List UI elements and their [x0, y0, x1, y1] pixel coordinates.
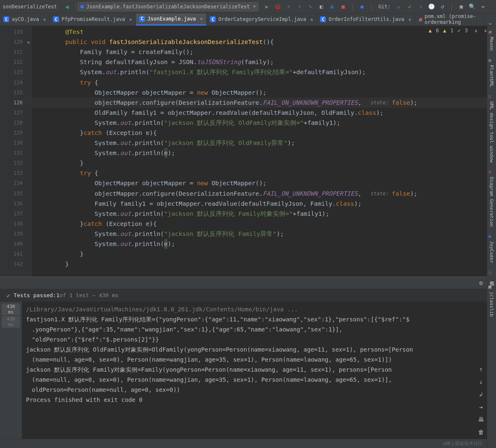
back-arrow-icon[interactable]: ◀ — [64, 3, 70, 10]
code-line[interactable]: public void fastJsonSerializableJacksonD… — [32, 37, 496, 47]
code-line[interactable]: ObjectMapper objectMapper = new ObjectMa… — [32, 88, 496, 98]
git-commit-icon[interactable]: ✔ — [406, 3, 413, 10]
code-area[interactable]: ▲6 ▲1 ✔3 ∧ ∨ @Test public void fastJsonS… — [32, 26, 496, 277]
git-rollback-icon[interactable]: ↺ — [439, 3, 446, 10]
run-icon[interactable]: ▶ — [264, 3, 270, 10]
code-line[interactable]: System.out.println(e); — [32, 239, 496, 249]
code-line[interactable]: } — [32, 259, 496, 269]
gutter[interactable]: 119120▶121122123124125126127128129130131… — [0, 26, 32, 277]
tests-passed-label: Tests passed: — [13, 292, 56, 298]
code-line[interactable]: System.out.println("jackson 默认反序列化 Famil… — [32, 229, 496, 239]
stop-icon[interactable]: ■ — [340, 3, 346, 10]
run-test-icon[interactable]: ▶ — [28, 40, 30, 44]
dock-capture[interactable]: ◯抓包 — [487, 267, 496, 281]
editor-tab[interactable]: CayCO.java✕ — [0, 13, 50, 26]
code-line[interactable]: } — [32, 158, 496, 168]
code-line[interactable]: } — [32, 249, 496, 259]
close-icon[interactable]: ✕ — [43, 17, 46, 22]
run-anything-icon[interactable]: ◧ — [318, 3, 325, 10]
next-highlight-icon[interactable]: ∨ — [484, 28, 487, 34]
tool-window-header: ⚙ — — [0, 277, 496, 289]
run-coverage-icon[interactable]: ⚡ — [285, 3, 292, 10]
breadcrumb[interactable]: sonDeserializeTest — [3, 4, 57, 10]
gear-icon[interactable]: ⚙ — [479, 280, 483, 286]
code-editor[interactable]: 119120▶121122123124125126127128129130131… — [0, 26, 496, 277]
close-icon[interactable]: ✕ — [408, 17, 411, 22]
search-icon[interactable]: 🔍 — [469, 3, 475, 10]
dock-joycoder[interactable]: ◉JoyCoder — [487, 230, 496, 267]
attach-icon[interactable]: ✎ — [307, 3, 314, 10]
java-class-icon: C — [210, 16, 216, 22]
test-time-badge[interactable]: 430 ms — [2, 316, 20, 328]
editor-tab[interactable]: mpom.xml (promise-ordermarking — [415, 13, 485, 26]
dock-maven[interactable]: mMaven — [487, 26, 496, 54]
maven-icon: m — [418, 16, 422, 22]
prev-highlight-icon[interactable]: ∧ — [475, 28, 478, 34]
plantuml-icon: ◎ — [488, 57, 494, 63]
code-line[interactable]: objectMapper.configure(DeserializationFe… — [32, 189, 496, 199]
dock-plantuml[interactable]: ◎PlantUML — [487, 54, 496, 91]
run-config-dropdown[interactable]: JsonExample.fastJsonSerializableJacksonD… — [78, 2, 258, 11]
scroll-down-icon[interactable]: ↓ — [479, 378, 483, 385]
soft-wrap-icon[interactable]: ↲ — [479, 391, 483, 398]
inspection-summary[interactable]: ▲6 ▲1 ✔3 ∧ ∨ — [429, 28, 487, 34]
layout-icon[interactable]: ▣ — [458, 3, 465, 10]
editor-tab[interactable]: COrderCategoryServiceImpl.java✕ — [207, 13, 317, 26]
settings-icon[interactable]: ↔ — [480, 3, 486, 10]
test-time-badge[interactable]: 430 ms — [2, 303, 20, 315]
console-line: fastjson1.X 默认序列化 Family序列化结果={"yongPers… — [26, 314, 492, 324]
code-line[interactable]: ObjectMapper objectMapper = new ObjectMa… — [32, 178, 496, 188]
joycoder-icon: ◉ — [488, 233, 494, 239]
typo-icon: ✔ — [457, 28, 460, 34]
debug-icon[interactable]: 🐞 — [274, 3, 281, 10]
close-icon[interactable]: ✕ — [310, 17, 313, 22]
editor-tab[interactable]: COrderInfoFilterUtils.java✕ — [317, 13, 415, 26]
chevron-down-icon: ▼ — [253, 4, 256, 9]
console-line: oldPerson=Person(name=null, age=0, sex=0… — [26, 385, 492, 395]
code-line[interactable]: OldFamily family1 = objectMapper.readVal… — [32, 108, 496, 118]
code-line[interactable]: try { — [32, 168, 496, 178]
scroll-up-icon[interactable]: ↑ — [479, 366, 483, 373]
web-icon[interactable]: ● — [359, 3, 365, 10]
run-config-icon — [80, 5, 84, 8]
code-line[interactable]: System.out.println("jackson 默认反序列化 Famil… — [32, 209, 496, 219]
console-line: (name=null, age=0, sex=0), Person(name=w… — [26, 375, 492, 385]
tab-overflow-chevron-icon[interactable]: ⌄ — [484, 19, 496, 26]
code-line[interactable]: System.out.println("jackson 默认反序列化 OldFa… — [32, 138, 496, 148]
uml-icon: ◻ — [488, 94, 494, 100]
maven-icon: m — [488, 29, 494, 35]
code-line[interactable]: objectMapper.configure(DeserializationFe… — [32, 98, 496, 108]
git-history-icon[interactable]: 🕘 — [428, 3, 435, 10]
console-output[interactable]: /Library/Java/JavaVirtualMachines/jdk1.8… — [22, 302, 496, 439]
code-line[interactable]: }catch (Exception e){ — [32, 219, 496, 229]
trash-icon[interactable]: 🗑 — [478, 429, 484, 435]
dock-diagram[interactable]: ⚙Diagram Generation — [487, 166, 496, 230]
console-line: jackson 默认反序列化 Family对象实例=Family(yongPer… — [26, 365, 492, 375]
browser-icon[interactable]: ◐ — [329, 3, 336, 10]
dock-jclasslib[interactable]: ▦jclasslib — [487, 281, 496, 320]
print-icon[interactable]: 🖶 — [478, 416, 484, 423]
editor-tab-active[interactable]: CJsonExample.java✕ — [136, 13, 207, 26]
test-tree[interactable]: 430 ms 430 ms — [0, 302, 22, 439]
scroll-to-end-icon[interactable]: ⇥ — [479, 404, 483, 410]
editor-tab[interactable]: CPfpPromiseResult.java✕ — [50, 13, 136, 26]
code-line[interactable]: Family family1 = objectMapper.readValue(… — [32, 199, 496, 209]
code-line[interactable]: try { — [32, 77, 496, 87]
console-line: "oldPerson":{"$ref":"$.persons[2]"}} — [26, 334, 492, 344]
code-line[interactable]: }catch (Exception e){ — [32, 128, 496, 138]
code-line[interactable]: Family family = createFamily(); — [32, 47, 496, 57]
git-push-icon[interactable]: ↗ — [417, 3, 424, 10]
git-pull-icon[interactable]: ↙ — [395, 3, 402, 10]
code-line[interactable]: String defaultFamilyJson = JSON.toJSONSt… — [32, 57, 496, 67]
code-line[interactable]: @Test — [32, 27, 496, 37]
java-class-icon: C — [320, 16, 326, 22]
test-status-bar: ✔ Tests passed: 1 of 1 test – 430 ms — [0, 289, 496, 302]
close-icon[interactable]: ✕ — [200, 16, 203, 21]
dock-uml[interactable]: ◻UML design tool window — [487, 91, 496, 166]
close-icon[interactable]: ✕ — [129, 17, 132, 22]
git-label: Git: — [378, 4, 390, 10]
profile-icon[interactable]: ⚡ — [296, 3, 303, 10]
code-line[interactable]: System.out.println(e); — [32, 148, 496, 158]
code-line[interactable]: System.out.println("fastjson1.X 默认序列化 Fa… — [32, 67, 496, 77]
code-line[interactable]: System.out.println("jackson 默认反序列化 OldFa… — [32, 118, 496, 128]
